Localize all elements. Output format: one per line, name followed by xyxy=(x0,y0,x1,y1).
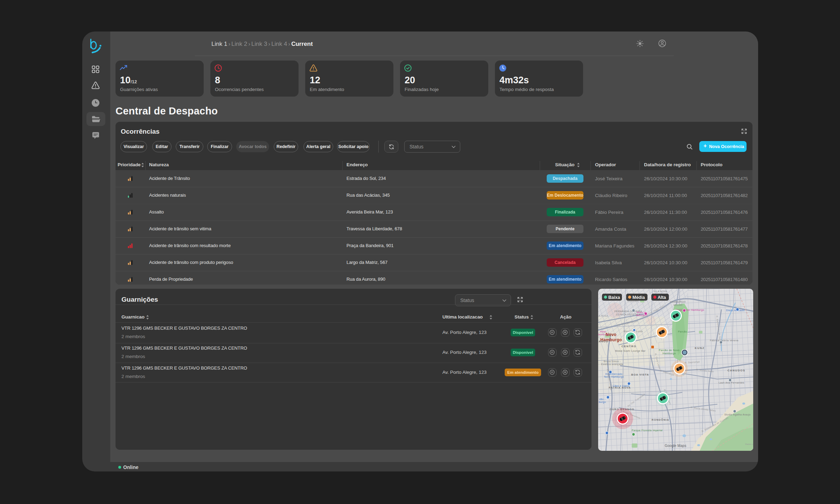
svg-text:Alta: Alta xyxy=(658,295,666,300)
svg-text:Av. Nicolau Becker: Av. Nicolau Becker xyxy=(617,320,639,327)
svg-text:Studio Agatha Araujo: Studio Agatha Araujo xyxy=(724,413,750,416)
svg-text:RANCO: RANCO xyxy=(598,340,608,343)
svg-text:KUNZ: KUNZ xyxy=(695,346,705,350)
svg-text:R. Mundo Novo: R. Mundo Novo xyxy=(696,368,714,372)
svg-text:R. Badolomeu de Guzmão: R. Badolomeu de Guzmão xyxy=(701,416,729,433)
svg-text:Média: Média xyxy=(632,295,645,300)
svg-text:burgo: burgo xyxy=(599,401,606,404)
svg-text:Parque Floresta Imperial: Parque Floresta Imperial xyxy=(632,429,663,432)
svg-text:Hotel: Hotel xyxy=(600,330,606,333)
svg-text:Bruna Simon -: Bruna Simon - xyxy=(604,360,621,363)
svg-text:dão -: dão - xyxy=(599,398,606,400)
svg-text:Parcão: Parcão xyxy=(678,330,687,333)
svg-text:Hamburgo: Hamburgo xyxy=(663,352,676,355)
svg-text:Google Maps: Google Maps xyxy=(665,444,686,448)
svg-text:HAMBURGO: HAMBURGO xyxy=(670,301,686,303)
svg-text:CENTRO: CENTRO xyxy=(622,345,637,348)
svg-text:R. Sapiranga: R. Sapiranga xyxy=(685,360,700,364)
svg-text:Lash Ana Fernandes: Lash Ana Fernandes xyxy=(719,381,744,384)
svg-text:Dados c: Dados c xyxy=(746,443,753,445)
svg-text:R. Maria Olinda Telles: R. Maria Olinda Telles xyxy=(691,406,716,412)
svg-text:Av. Cel. Travassos: Av. Cel. Travassos xyxy=(627,393,646,407)
svg-text:R. Guia Lopes: R. Guia Lopes xyxy=(654,353,662,370)
svg-text:Fábrica Valéria Verena: Fábrica Valéria Verena xyxy=(710,339,738,342)
svg-text:Parcão de Novo: Parcão de Novo xyxy=(659,349,679,352)
svg-text:Mokai Sushi Lounge Bar: Mokai Sushi Lounge Bar xyxy=(615,349,645,352)
svg-text:Baixa: Baixa xyxy=(608,295,620,300)
svg-text:RONDÔNIA: RONDÔNIA xyxy=(652,418,669,421)
svg-text:VILA NOVA: VILA NOVA xyxy=(653,290,667,293)
svg-text:BOA VISTA: BOA VISTA xyxy=(631,373,649,376)
svg-text:ILA ROSA: ILA ROSA xyxy=(598,315,608,317)
svg-text:VELHO: VELHO xyxy=(673,304,682,306)
svg-text:Quan Novo Hamburgo: Quan Novo Hamburgo xyxy=(676,308,704,312)
svg-text:CANUDOS: CANUDOS xyxy=(728,369,746,372)
svg-text:Disco Atacado: Disco Atacado xyxy=(726,309,744,312)
svg-text:Estética avançada: Estética avançada xyxy=(601,363,623,366)
svg-text:Novo Hamburgo: Novo Hamburgo xyxy=(604,376,624,378)
svg-text:Hamburgo: Hamburgo xyxy=(598,333,609,336)
